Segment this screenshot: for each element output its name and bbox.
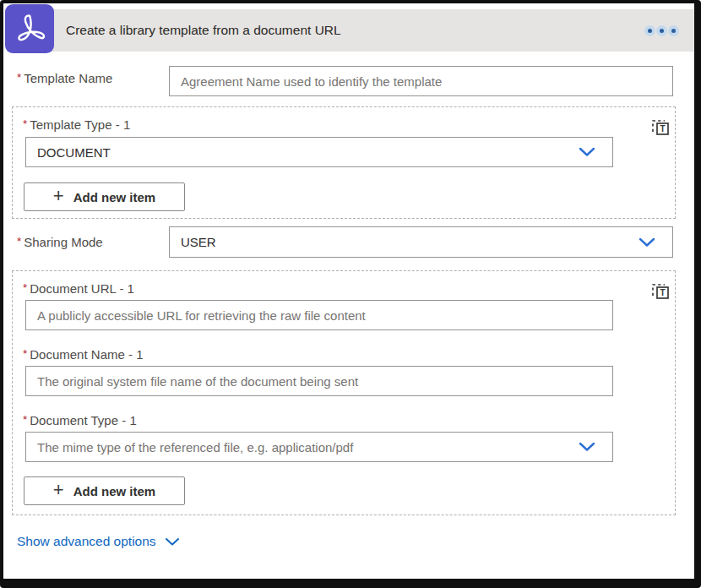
card-menu-button[interactable] xyxy=(648,9,676,52)
template-type-group: *Template Type - 1 T + Add new item xyxy=(12,106,676,219)
template-name-label: *Template Name xyxy=(17,71,112,85)
document-url-field xyxy=(25,300,613,330)
document-type-dropdown[interactable] xyxy=(25,432,613,462)
required-marker: * xyxy=(23,413,27,426)
card-header[interactable]: Create a library template from a documen… xyxy=(27,9,694,52)
plus-icon: + xyxy=(53,481,64,499)
adobe-acrobat-icon xyxy=(5,4,54,53)
document-url-input[interactable] xyxy=(26,301,634,329)
switch-to-input-entire-array-icon[interactable]: T xyxy=(649,116,671,138)
required-marker: * xyxy=(17,235,21,248)
required-marker: * xyxy=(17,71,21,84)
required-marker: * xyxy=(23,347,27,360)
ellipsis-dot xyxy=(648,29,652,33)
document-type-input[interactable] xyxy=(26,433,634,461)
switch-to-input-entire-array-icon[interactable]: T xyxy=(649,280,671,302)
ellipsis-dot xyxy=(660,29,664,33)
template-type-label: *Template Type - 1 xyxy=(23,117,130,132)
required-marker: * xyxy=(23,281,27,294)
ellipsis-dot xyxy=(671,29,676,33)
chevron-down-icon xyxy=(165,537,180,547)
required-marker: * xyxy=(23,117,27,130)
template-type-value[interactable] xyxy=(26,138,634,166)
documents-group: *Document URL - 1 T *Document Name - 1 *… xyxy=(12,270,676,515)
template-name-field xyxy=(169,66,673,96)
sharing-mode-label: *Sharing Mode xyxy=(17,235,103,249)
document-type-label: *Document Type - 1 xyxy=(23,413,137,427)
documents-add-new-item-button[interactable]: + Add new item xyxy=(24,476,185,505)
template-name-input[interactable] xyxy=(170,67,694,95)
template-type-add-new-item-button[interactable]: + Add new item xyxy=(24,182,185,211)
svg-text:T: T xyxy=(660,288,665,297)
sharing-mode-value[interactable] xyxy=(170,227,694,257)
action-card: Create a library template from a documen… xyxy=(0,0,701,588)
document-name-field xyxy=(25,366,613,396)
card-title: Create a library template from a documen… xyxy=(66,9,341,52)
document-name-label: *Document Name - 1 xyxy=(23,347,143,362)
svg-text:T: T xyxy=(660,124,665,133)
document-name-input[interactable] xyxy=(26,367,634,395)
show-advanced-options-link[interactable]: Show advanced options xyxy=(17,534,180,549)
sharing-mode-dropdown[interactable] xyxy=(169,226,673,258)
document-url-label: *Document URL - 1 xyxy=(23,281,134,296)
plus-icon: + xyxy=(53,187,64,205)
template-type-dropdown[interactable] xyxy=(25,137,613,167)
